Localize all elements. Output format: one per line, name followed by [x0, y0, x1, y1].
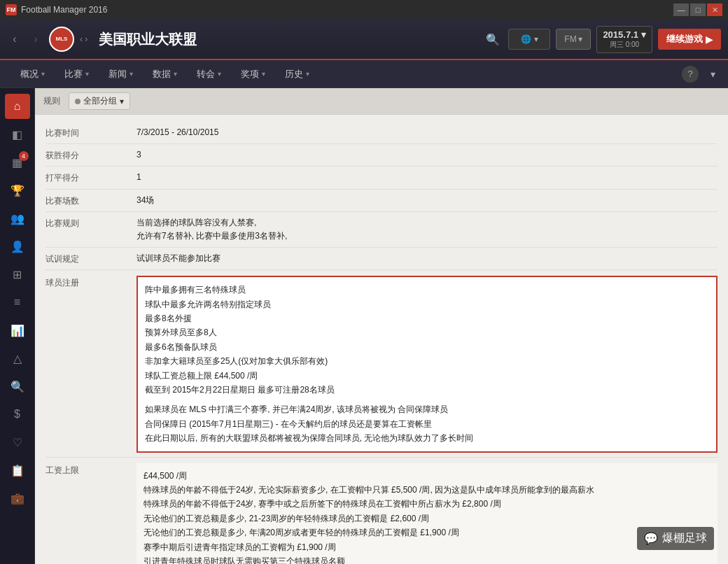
sidebar-icon-chart[interactable]: 📊 — [5, 318, 30, 343]
matches-count-label: 比赛场数 — [46, 194, 136, 207]
search-button[interactable]: 🔍 — [483, 29, 503, 49]
salary-label: 工资上限 — [46, 463, 136, 477]
app-title: Football Manager 2016 — [21, 5, 669, 15]
sec-nav-数据[interactable]: 数据▾ — [143, 60, 187, 88]
minimize-button[interactable]: — — [673, 3, 689, 16]
match-time-row: 比赛时间 7/3/2015 - 26/10/2015 — [46, 122, 718, 144]
date-display[interactable]: 2015.7.1 ▾ 周三 0:00 — [596, 26, 652, 53]
sidebar-icon-calendar[interactable]: ▦4 — [5, 150, 30, 175]
forward-button[interactable]: › — [28, 31, 43, 47]
globe-chevron: ▾ — [534, 34, 538, 44]
salary-line: 特殊球员的年龄不得低于24岁, 赛季中或之后所签下的特殊球员在工资帽中所占薪水为… — [144, 497, 710, 511]
rules-bar: 规则 全部分组 ▾ — [35, 88, 728, 115]
win-points-label: 获胜得分 — [46, 148, 136, 162]
left-sidebar: ⌂◧▦4🏆👥👤⊞≡📊△🔍$♡📋💼 — [0, 88, 35, 564]
continue-icon: ▶ — [706, 34, 713, 45]
reg-line: 阵中最多拥有三名特殊球员 — [145, 283, 709, 297]
sec-nav-chevron: ▾ — [85, 70, 89, 78]
globe-icon: 🌐 — [521, 34, 531, 44]
sidebar-icon-home[interactable]: ⌂ — [5, 94, 30, 119]
secondary-nav: 概况▾比赛▾新闻▾数据▾转会▾奖项▾历史▾ ? ▾ — [0, 60, 728, 88]
sidebar-icon-clipboard[interactable]: 📋 — [5, 458, 30, 483]
top-nav: ‹ › MLS ‹ › 美国职业大联盟 🔍 🌐 ▾ FM ▾ 2015.7.1 … — [0, 20, 728, 60]
matches-count-row: 比赛场数 34场 — [46, 190, 718, 212]
registration-value: 阵中最多拥有三名特殊球员球队中最多允许两名特别指定球员最多8名外援预算外球员至多… — [136, 276, 718, 452]
league-logo-text: MLS — [56, 36, 68, 43]
salary-line: 无论他们的工资总额是多少, 21-23周岁的年轻特殊球员的工资帽是 £2,600… — [144, 512, 710, 526]
watermark-text: 爆棚足球 — [662, 531, 707, 546]
close-button[interactable]: ✕ — [707, 3, 722, 16]
date-top: 2015.7.1 ▾ — [603, 29, 646, 40]
sec-nav-转会[interactable]: 转会▾ — [187, 60, 231, 88]
match-rules-value: 当前选择的球队阵容没有人禁赛,允许有7名替补, 比赛中最多使用3名替补, — [136, 216, 718, 243]
training-rules-value: 试训球员不能参加比赛 — [136, 252, 718, 265]
fm-button[interactable]: FM ▾ — [556, 29, 591, 50]
draw-points-value: 1 — [136, 171, 718, 184]
match-time-value: 7/3/2015 - 26/10/2015 — [136, 126, 718, 139]
match-rules-row: 比赛规则 当前选择的球队阵容没有人禁赛,允许有7名替补, 比赛中最多使用3名替补… — [46, 212, 718, 248]
continue-button[interactable]: 继续游戏 ▶ — [658, 29, 721, 50]
sidebar-icon-search2[interactable]: 🔍 — [5, 374, 30, 399]
sec-nav-label: 奖项 — [241, 68, 259, 80]
globe-button[interactable]: 🌐 ▾ — [508, 29, 550, 50]
training-rules-row: 试训规定 试训球员不能参加比赛 — [46, 248, 718, 270]
match-time-label: 比赛时间 — [46, 126, 136, 139]
sidebar-icon-people[interactable]: 👥 — [5, 206, 30, 231]
sidebar-icon-squad[interactable]: ◧ — [5, 122, 30, 147]
group-label: 全部分组 — [83, 95, 117, 107]
sec-nav-end: ? ▾ — [682, 66, 728, 83]
help-button[interactable]: ? — [682, 66, 699, 83]
training-rules-label: 试训规定 — [46, 252, 136, 265]
reg-line: 截至到 2015年2月22日星期日 最多可注册28名球员 — [145, 383, 709, 397]
salary-box: £44,500 /周特殊球员的年龄不得低于24岁, 无论实际薪资多少, 在工资帽… — [136, 463, 718, 564]
salary-row: 工资上限 £44,500 /周特殊球员的年龄不得低于24岁, 无论实际薪资多少,… — [46, 458, 718, 564]
sidebar-icon-person[interactable]: 👤 — [5, 234, 30, 259]
group-chevron: ▾ — [120, 97, 124, 106]
sidebar-icon-stats[interactable]: ≡ — [5, 290, 30, 315]
sec-nav-新闻[interactable]: 新闻▾ — [99, 60, 143, 88]
salary-line: 引进青年特殊球员时球队无需购买第三个特殊球员名额 — [144, 554, 710, 564]
collapse-button[interactable]: ▾ — [704, 66, 721, 83]
reg-line: 预算外球员至多8人 — [145, 325, 709, 339]
sec-nav-chevron: ▾ — [262, 70, 265, 78]
sidebar-icon-alert[interactable]: △ — [5, 346, 30, 371]
rules-label: 规则 — [43, 95, 60, 107]
sidebar-icon-trophy[interactable]: 🏆 — [5, 178, 30, 203]
sec-nav-历史[interactable]: 历史▾ — [275, 60, 319, 88]
back-button[interactable]: ‹ — [7, 31, 22, 47]
fm-label: FM — [564, 34, 576, 44]
salary-line: 赛季中期后引进青年指定球员的工资帽为 £1,900 /周 — [144, 540, 710, 554]
wechat-icon: 💬 — [644, 532, 658, 545]
sidebar-icon-dollar[interactable]: $ — [5, 402, 30, 427]
registration-label: 球员注册 — [46, 276, 136, 289]
sidebar-icon-grid[interactable]: ⊞ — [5, 262, 30, 287]
sec-nav-label: 数据 — [153, 68, 171, 80]
sidebar-icon-heart[interactable]: ♡ — [5, 430, 30, 455]
reg-line: 非加拿大籍球员至多25人(仅对加拿大俱乐部有效) — [145, 354, 709, 368]
reg-line: 如果球员在 MLS 中打满三个赛季, 并已年满24周岁, 该球员将被视为 合同保… — [145, 402, 709, 416]
content-area: 规则 全部分组 ▾ 比赛时间 7/3/2015 - 26/10/2015 — [35, 88, 728, 564]
sec-nav-chevron: ▾ — [306, 70, 309, 78]
matches-count-value: 34场 — [136, 194, 718, 207]
sec-nav-chevron: ▾ — [130, 70, 133, 78]
app-container: ‹ › MLS ‹ › 美国职业大联盟 🔍 🌐 ▾ FM ▾ 2015.7.1 … — [0, 20, 728, 564]
reg-line — [145, 397, 709, 402]
sec-nav-比赛[interactable]: 比赛▾ — [55, 60, 99, 88]
sec-nav-label: 概况 — [20, 68, 38, 80]
reg-line: 在此日期以后, 所有的大联盟球员都将被视为保障合同球员, 无论他为球队效力了多长… — [145, 431, 709, 445]
reg-line: 最多6名预备队球员 — [145, 340, 709, 354]
sidebar-icon-bag[interactable]: 💼 — [5, 486, 30, 511]
maximize-button[interactable]: □ — [690, 3, 706, 16]
table-content: 比赛时间 7/3/2015 - 26/10/2015 获胜得分 3 打平得分 1 — [35, 115, 728, 564]
reg-line: 球队中最多允许两名特别指定球员 — [145, 297, 709, 311]
sec-nav-label: 比赛 — [64, 68, 83, 80]
group-selector[interactable]: 全部分组 ▾ — [69, 92, 130, 110]
sec-nav-概况[interactable]: 概况▾ — [10, 60, 55, 88]
sec-nav-奖项[interactable]: 奖项▾ — [231, 60, 275, 88]
date-bottom: 周三 0:00 — [603, 40, 646, 50]
watermark: 💬 爆棚足球 — [637, 527, 714, 550]
titlebar: FM Football Manager 2016 — □ ✕ — [0, 0, 728, 20]
sec-nav-chevron: ▾ — [218, 70, 221, 78]
sec-nav-label: 新闻 — [108, 68, 127, 80]
reg-line: 球队工资总额上限 £44,500 /周 — [145, 369, 709, 383]
